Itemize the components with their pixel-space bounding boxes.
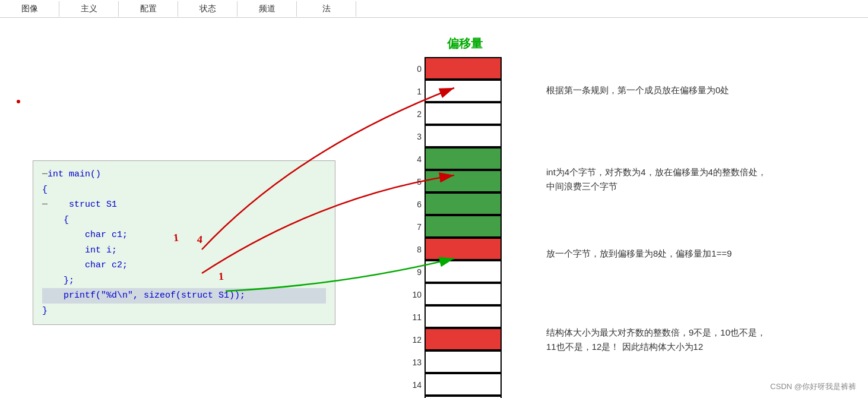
- header-cell-4: 状态: [178, 1, 237, 17]
- row-label-10: 10: [404, 290, 425, 299]
- memory-row-12: 12: [404, 328, 502, 351]
- memory-row-9: 9: [404, 261, 502, 283]
- row-label-7: 7: [404, 222, 425, 232]
- row-label-9: 9: [404, 267, 425, 277]
- row-label-11: 11: [404, 312, 425, 322]
- row-label-0: 0: [404, 64, 425, 74]
- memory-row-4: 4: [404, 148, 502, 170]
- row-label-3: 3: [404, 132, 425, 141]
- memory-cell-14: [425, 373, 502, 396]
- header-cell-1: 图像: [0, 1, 59, 17]
- memory-row-2: 2: [404, 103, 502, 125]
- memory-row-13: 13: [404, 351, 502, 374]
- memory-row-0: 0: [404, 58, 502, 80]
- annotation-3: 放一个字节，放到偏移量为8处，偏移量加1==9: [546, 247, 732, 261]
- handwritten-4: 4: [197, 233, 203, 247]
- memory-row-7: 7: [404, 216, 502, 238]
- footer-text: CSDN @你好呀我是裤裤: [770, 381, 856, 392]
- memory-cell-2: [425, 102, 502, 125]
- row-label-1: 1: [404, 87, 425, 96]
- row-label-2: 2: [404, 109, 425, 119]
- row-label-6: 6: [404, 200, 425, 209]
- row-label-4: 4: [404, 154, 425, 164]
- code-line-2: ─ struct S1: [42, 197, 326, 213]
- offset-title: 偏移量: [427, 36, 502, 52]
- header-cell-3: 配置: [119, 1, 178, 17]
- memory-row-8: 8: [404, 238, 502, 261]
- memory-row-6: 6: [404, 193, 502, 216]
- memory-cell-9: [425, 260, 502, 283]
- code-line-8: printf("%d\n", sizeof(struct S1));: [42, 288, 326, 304]
- handwritten-5: 1: [218, 270, 224, 283]
- code-line-9: }: [42, 304, 326, 319]
- memory-cell-12: [425, 328, 502, 350]
- code-line-4: char c1;: [42, 228, 326, 243]
- annotation-2: int为4个字节，对齐数为4，放在偏移量为4的整数倍处，中间浪费三个字节: [546, 165, 772, 194]
- row-label-14: 14: [404, 380, 425, 390]
- code-line-7: };: [42, 273, 326, 289]
- memory-cell-11: [425, 305, 502, 328]
- code-line-5: int i;: [42, 243, 326, 258]
- memory-cell-4: [425, 147, 502, 170]
- header-row: 图像 主义 配置 状态 频道 法: [0, 0, 868, 18]
- memory-cell-6: [425, 192, 502, 215]
- row-label-5: 5: [404, 177, 425, 187]
- row-label-12: 12: [404, 335, 425, 345]
- memory-row-3: 3: [404, 125, 502, 148]
- memory-cell-8: [425, 238, 502, 260]
- annotation-1: 根据第一条规则，第一个成员放在偏移量为0处: [546, 83, 729, 97]
- memory-cell-0: [425, 57, 502, 80]
- code-line-6: char c2;: [42, 258, 326, 273]
- memory-row-10: 10: [404, 283, 502, 306]
- code-line-1: {: [42, 182, 326, 198]
- memory-cell-10: [425, 283, 502, 305]
- memory-cell-3: [425, 125, 502, 147]
- header-cell-5: 频道: [237, 1, 297, 17]
- memory-cell-1: [425, 80, 502, 102]
- row-label-13: 13: [404, 358, 425, 367]
- memory-cell-7: [425, 215, 502, 238]
- memory-cell-15: [425, 396, 502, 398]
- code-line-3: {: [42, 213, 326, 228]
- header-cell-6: 法: [297, 1, 356, 17]
- memory-row-11: 11: [404, 306, 502, 328]
- memory-cell-5: [425, 170, 502, 192]
- dot-marker: [17, 100, 20, 103]
- handwritten-1: 1: [173, 232, 179, 245]
- row-label-8: 8: [404, 245, 425, 254]
- memory-cell-13: [425, 350, 502, 373]
- code-line-0: ─int main(): [42, 167, 326, 182]
- memory-grid: 0123456789101112131415: [404, 58, 502, 398]
- code-block: ─int main() { ─ struct S1 { char c1; int…: [33, 160, 335, 325]
- memory-row-1: 1: [404, 80, 502, 103]
- header-cell-2: 主义: [59, 1, 119, 17]
- annotation-4: 结构体大小为最大对齐数的整数倍，9不是，10也不是，11也不是，12是！ 因此结…: [546, 326, 772, 354]
- memory-section: 偏移量 0123456789101112131415: [404, 36, 502, 398]
- memory-row-5: 5: [404, 170, 502, 193]
- page-container: 图像 主义 配置 状态 频道 法 ─int main() { ─ struct …: [0, 0, 868, 398]
- memory-row-14: 14: [404, 374, 502, 396]
